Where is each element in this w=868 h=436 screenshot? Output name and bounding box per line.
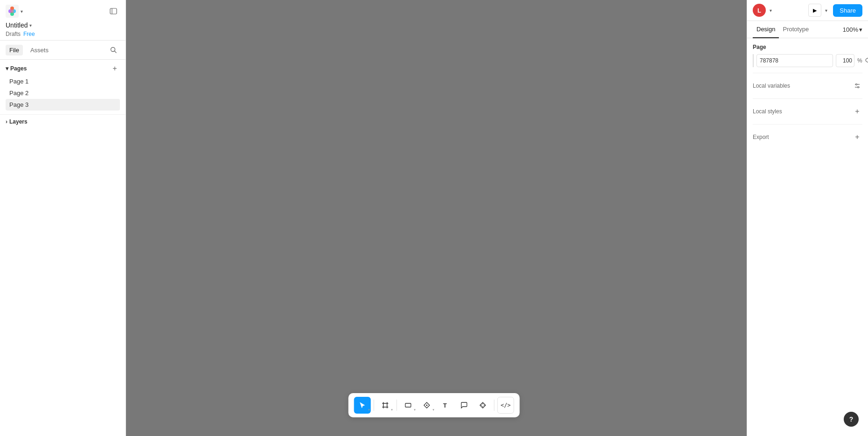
file-title-row[interactable]: Untitled ▾ bbox=[6, 20, 120, 31]
select-cursor-icon bbox=[359, 401, 366, 409]
frame-tool-button[interactable]: ▾ bbox=[377, 397, 394, 414]
comment-tool-button[interactable] bbox=[456, 397, 473, 414]
toolbar-separator-3 bbox=[494, 400, 495, 411]
left-panel: ▾ Untitled ▾ Drafts Free File Assets bbox=[0, 0, 126, 436]
toggle-sidebar-button[interactable] bbox=[107, 5, 120, 18]
code-icon: </> bbox=[501, 402, 511, 408]
component-tool-button[interactable] bbox=[475, 397, 491, 414]
svg-point-5 bbox=[10, 9, 14, 13]
svg-point-25 bbox=[483, 406, 483, 407]
local-variables-settings-button[interactable] bbox=[852, 81, 862, 91]
text-tool-button[interactable]: T bbox=[437, 397, 454, 414]
layers-section: › Layers bbox=[0, 115, 126, 129]
tab-file[interactable]: File bbox=[6, 45, 23, 55]
zoom-control[interactable]: 100% ▾ bbox=[843, 26, 862, 33]
play-icon: ▶ bbox=[813, 7, 817, 14]
svg-point-14 bbox=[856, 84, 857, 85]
file-meta: Drafts Free bbox=[6, 31, 120, 37]
eye-icon bbox=[865, 56, 868, 64]
frame-icon bbox=[382, 401, 389, 409]
local-variables-row: Local variables bbox=[753, 77, 862, 95]
select-tool-caret: ▾ bbox=[368, 408, 370, 412]
comment-icon bbox=[461, 401, 468, 409]
figma-logo-caret: ▾ bbox=[21, 9, 23, 14]
export-label: Export bbox=[753, 134, 769, 140]
file-title: Untitled bbox=[6, 21, 28, 29]
svg-text:T: T bbox=[443, 402, 447, 409]
left-panel-header: ▾ Untitled ▾ Drafts Free bbox=[0, 0, 126, 41]
component-icon bbox=[479, 401, 487, 409]
layers-section-title[interactable]: › Layers bbox=[6, 118, 120, 125]
tab-design[interactable]: Design bbox=[753, 21, 779, 38]
opacity-input[interactable] bbox=[836, 54, 854, 67]
text-icon: T bbox=[442, 401, 449, 409]
search-button[interactable] bbox=[107, 43, 120, 56]
percent-label: % bbox=[857, 57, 862, 64]
left-panel-tabs: File Assets bbox=[0, 41, 126, 60]
pages-caret-icon: ▾ bbox=[6, 65, 8, 72]
svg-point-15 bbox=[858, 87, 859, 88]
page-item[interactable]: Page 1 bbox=[6, 76, 120, 87]
canvas-area[interactable] bbox=[126, 0, 747, 436]
svg-line-9 bbox=[115, 51, 117, 53]
user-initial: L bbox=[757, 7, 761, 14]
color-swatch[interactable] bbox=[753, 54, 754, 67]
right-panel: L ▾ ▶ ▾ Share Design Prototype 100% ▾ Pa… bbox=[747, 0, 868, 436]
tab-prototype[interactable]: Prototype bbox=[779, 21, 812, 38]
play-caret: ▾ bbox=[825, 8, 827, 13]
toolbar-separator-2 bbox=[397, 400, 397, 411]
pages-section-header: ▾ Pages + bbox=[6, 63, 120, 74]
pages-section-title[interactable]: ▾ Pages bbox=[6, 65, 27, 72]
zoom-caret: ▾ bbox=[859, 26, 862, 33]
share-button[interactable]: Share bbox=[833, 4, 862, 17]
toolbar-separator-1 bbox=[374, 400, 374, 411]
sliders-icon bbox=[854, 83, 861, 89]
rectangle-icon bbox=[405, 401, 412, 409]
divider-3 bbox=[753, 124, 862, 125]
user-avatar-caret: ▾ bbox=[770, 8, 772, 13]
visibility-toggle-button[interactable] bbox=[865, 56, 868, 65]
tab-assets[interactable]: Assets bbox=[27, 45, 52, 55]
right-panel-content: Page % Local variables bbox=[747, 38, 868, 436]
svg-point-26 bbox=[481, 405, 482, 406]
export-add-button[interactable]: + bbox=[852, 132, 862, 142]
sidebar-toggle-icon bbox=[110, 7, 117, 15]
help-button[interactable]: ? bbox=[844, 412, 859, 427]
color-row: % bbox=[753, 54, 862, 67]
right-panel-tabs: Design Prototype 100% ▾ bbox=[747, 21, 868, 38]
svg-point-21 bbox=[426, 405, 427, 406]
local-styles-row: Local styles + bbox=[753, 103, 862, 120]
pen-tool-caret: ▾ bbox=[433, 408, 434, 412]
right-panel-header: L ▾ ▶ ▾ Share bbox=[747, 0, 868, 21]
figma-logo-icon bbox=[6, 5, 19, 18]
drafts-label: Drafts bbox=[6, 31, 21, 37]
shape-tool-caret: ▾ bbox=[414, 408, 416, 412]
pages-label: Pages bbox=[10, 65, 27, 72]
page-item[interactable]: Page 3 bbox=[6, 99, 120, 111]
bottom-toolbar: ▾ ▾ ▾ ▾ T bbox=[349, 393, 520, 417]
add-page-button[interactable]: + bbox=[110, 63, 120, 74]
page-item[interactable]: Page 2 bbox=[6, 87, 120, 99]
user-avatar[interactable]: L bbox=[753, 4, 766, 17]
search-icon bbox=[110, 47, 117, 53]
layers-caret-icon: › bbox=[6, 118, 7, 125]
svg-point-23 bbox=[483, 403, 483, 404]
select-tool-button[interactable]: ▾ bbox=[354, 397, 371, 414]
svg-point-24 bbox=[484, 405, 485, 406]
help-icon: ? bbox=[849, 415, 854, 423]
local-variables-label: Local variables bbox=[753, 83, 790, 89]
code-view-button[interactable]: </> bbox=[497, 397, 514, 414]
page-section-title: Page bbox=[753, 44, 862, 50]
frame-tool-caret: ▾ bbox=[391, 408, 393, 412]
shape-tool-button[interactable]: ▾ bbox=[400, 397, 417, 414]
svg-rect-20 bbox=[406, 403, 411, 407]
left-panel-top-row: ▾ bbox=[6, 5, 120, 18]
local-styles-label: Local styles bbox=[753, 108, 782, 115]
file-title-caret: ▾ bbox=[29, 23, 32, 28]
export-row: Export + bbox=[753, 128, 862, 146]
color-hex-input[interactable] bbox=[756, 54, 833, 67]
pen-tool-button[interactable]: ▾ bbox=[419, 397, 435, 414]
play-button[interactable]: ▶ bbox=[808, 4, 821, 17]
figma-logo-area[interactable]: ▾ bbox=[6, 5, 23, 18]
local-styles-add-button[interactable]: + bbox=[852, 106, 862, 117]
